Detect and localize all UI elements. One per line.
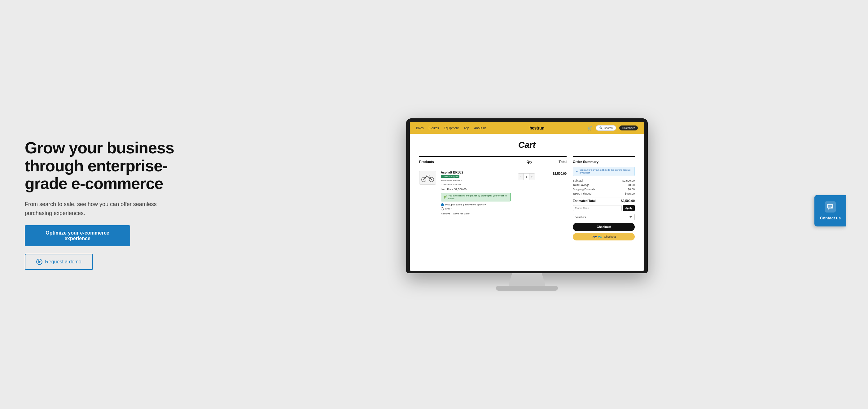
product-name: Asphalt BRB82 [441,171,511,174]
hero-title: Grow your business through enterprise-gr… [25,139,186,192]
monitor-base [496,286,558,291]
qty-header: Qty [517,160,542,164]
shipping-value: $0.00 [628,188,635,191]
pickup-row: Pickup In Store | Innovation Sports ▾ [441,203,511,207]
eco-message: You are helping the planet by picking up… [448,194,508,200]
hero-subtitle: From search to sale, see how you can off… [25,200,161,218]
cart-icon[interactable]: 🛒 [587,125,593,130]
bikefinder-btn[interactable]: Bikefinder [619,125,638,130]
store-content: Cart Products Qty Total [410,134,644,247]
pickup-section: Pickup In Store | Innovation Sports ▾ Sh… [441,203,511,210]
cart-left: Products Qty Total [419,156,566,241]
right-content: Bikes E-bikes Equipment App About us bes… [211,118,843,291]
item-total: $2,500.00 [542,171,566,176]
cart-title: Cart [419,140,635,150]
savings-value: $0.00 [628,183,635,187]
checkout-button[interactable]: Checkout [573,223,635,231]
price-value: $2,500.00 [454,188,467,191]
ship-label: Ship It [445,207,452,210]
store-nav-links: Bikes E-bikes Equipment App About us [416,126,486,130]
play-icon [36,259,42,265]
savings-label: Total Savings [573,183,590,187]
save-link[interactable]: Save For Later [453,212,470,215]
nav-app[interactable]: App [464,126,469,130]
estimated-value: $2,500.00 [621,199,635,202]
qty-input[interactable] [524,174,529,180]
arrow-icon: ← [576,170,578,173]
page-container: Grow your business through enterprise-gr… [0,0,868,409]
total-header: Total [542,160,566,164]
paypal-text: Pay [592,235,597,238]
remove-link[interactable]: Remove [441,212,450,215]
svg-line-11 [428,176,429,176]
nav-bikes[interactable]: Bikes [416,126,424,130]
subtotal-label: Subtotal [573,179,583,182]
store-nav: Bikes E-bikes Equipment App About us bes… [410,122,644,134]
promo-apply-button[interactable]: Apply [623,205,635,211]
estimated-row: Estimated Total $2,500.00 [573,197,635,202]
demo-label: Request a demo [45,259,81,264]
cart-grid: Products Qty Total [419,156,635,241]
search-btn[interactable]: 🔍 Search [596,125,616,131]
cart-item: Asphalt BRB82 Trade-in Eligible Framesiz… [419,167,566,219]
vouchers-select[interactable]: Vouchers [573,214,635,220]
pickup-radio[interactable] [441,203,444,207]
left-content: Grow your business through enterprise-gr… [25,139,186,270]
paypal-checkout-label: Checkout [604,235,616,238]
voucher-banner: ← You can bring your old bike to the sto… [573,167,635,176]
taxes-row: Taxes Included $475.00 [573,192,635,195]
summary-rows: Subtotal $2,500.00 Total Savings $0.00 S… [573,179,635,202]
qty-decrease-button[interactable]: − [518,174,524,180]
contact-us-button[interactable]: Contact us [814,195,846,226]
voucher-message: You can bring your old bike to the store… [580,168,632,174]
subtotal-value: $2,500.00 [622,179,635,182]
bike-illustration [421,172,435,183]
framesize-label: Framesize [441,179,452,182]
product-meta: Framesize Medium Color Blue / White [441,179,511,187]
qty-section: − + [514,171,539,180]
product-details: Asphalt BRB82 Trade-in Eligible Framesiz… [441,171,511,215]
paypal-button[interactable]: Pay Pal Checkout [573,233,635,241]
taxes-value: $475.00 [624,192,635,195]
price-label: Item Price [441,188,454,191]
monitor: Bikes E-bikes Equipment App About us bes… [406,118,648,291]
monitor-stand [508,273,546,286]
color-value: Blue / White [447,183,461,186]
pickup-store: | Innovation Sports ▾ [463,203,486,206]
ship-row: Ship It [441,207,511,210]
store-nav-right: 🛒 🔍 Search Bikefinder [587,125,638,131]
contact-us-label: Contact us [820,216,841,220]
product-image [419,171,436,185]
savings-row: Total Savings $0.00 [573,183,635,187]
svg-line-6 [424,176,427,180]
search-label: Search [604,126,613,129]
trade-in-badge: Trade-in Eligible [441,175,459,178]
qty-increase-button[interactable]: + [529,174,535,180]
remove-save: Remove Save For Later [441,212,511,215]
paypal-pal: Pal [598,235,602,238]
nav-about[interactable]: About us [474,126,486,130]
nav-equipment[interactable]: Equipment [444,126,459,130]
chat-icon [825,201,836,213]
shipping-row: Shipping Estimate $0.00 [573,188,635,191]
chat-bubble-icon [827,203,834,211]
estimated-label: Estimated Total [573,199,596,202]
shipping-label: Shipping Estimate [573,188,595,191]
product-price: Item Price $2,500.00 [441,188,511,191]
promo-input[interactable] [573,205,622,211]
ship-radio[interactable] [441,207,444,210]
demo-cta-button[interactable]: Request a demo [25,254,93,270]
promo-row: Apply [573,205,635,211]
monitor-screen: Bikes E-bikes Equipment App About us bes… [410,122,644,271]
monitor-screen-wrapper: Bikes E-bikes Equipment App About us bes… [406,118,648,273]
framesize-value: Medium [453,179,462,182]
subtotal-row: Subtotal $2,500.00 [573,179,635,182]
color-label: Color [441,183,447,186]
products-header: Products [419,160,517,164]
order-summary-title: Order Summary [573,160,635,164]
cart-headers: Products Qty Total [419,157,566,167]
taxes-label: Taxes Included [573,192,591,195]
optimize-cta-button[interactable]: Optimize your e-commerce experience [25,225,130,246]
nav-ebikes[interactable]: E-bikes [428,126,439,130]
order-summary: Order Summary ← You can bring your old b… [573,156,635,241]
